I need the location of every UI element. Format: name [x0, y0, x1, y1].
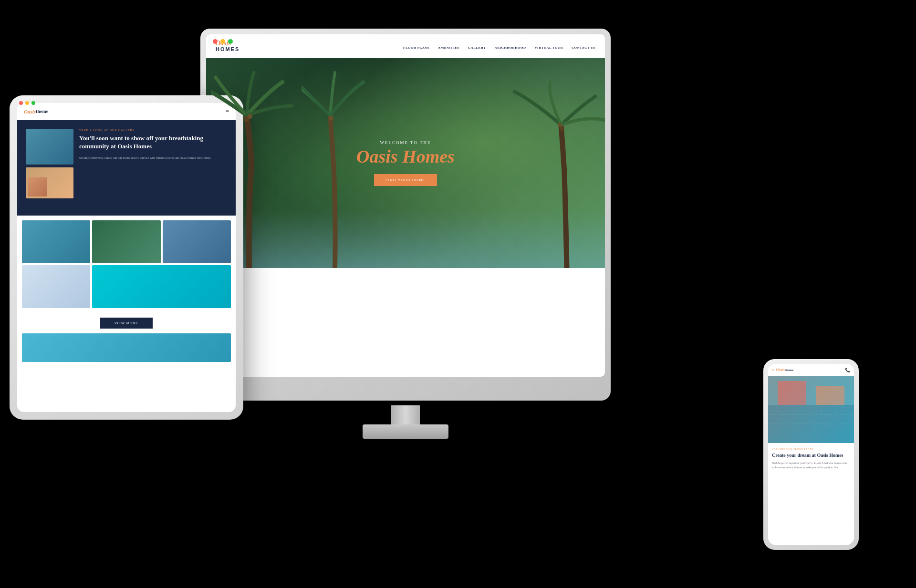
nav-item-contact[interactable]: CONTACT US [572, 42, 595, 51]
tablet-hero-section: TAKE A LOOK AT OUR GALLERY You'll soon w… [17, 120, 236, 216]
tablet-dot-green [31, 101, 35, 105]
phone-section-label: EXPLORE OUR FLOOR PLANS [772, 448, 850, 450]
monitor-bezel: Oasis HOMES FLOOR PLANS AMENITIES GALLER… [206, 34, 605, 377]
monitor-screen: Oasis HOMES FLOOR PLANS AMENITIES GALLER… [206, 34, 605, 377]
gallery-image-5 [92, 265, 231, 308]
palm-tree-left [211, 68, 297, 268]
nav-item-neighborhood[interactable]: NEIGHBORHOOD [495, 42, 526, 51]
tablet-frame: Oasis theme ≡ TAKE A LOOK AT OUR GALLERY [10, 95, 243, 420]
desktop-monitor: Oasis HOMES FLOOR PLANS AMENITIES GALLER… [200, 29, 611, 458]
scene: Oasis HOMES FLOOR PLANS AMENITIES GALLER… [0, 0, 916, 588]
tablet-dots [19, 101, 35, 105]
tablet-logo-theme: theme [36, 109, 48, 114]
monitor-dots [213, 39, 233, 44]
nav-item-gallery[interactable]: GALLERY [468, 42, 486, 51]
tablet-gallery-label: TAKE A LOOK AT OUR GALLERY [79, 129, 227, 132]
nav-item-amenities[interactable]: AMENITIES [438, 42, 459, 51]
nav-link-gallery[interactable]: GALLERY [468, 46, 486, 50]
phone-heading: Create your dream at Oasis Homes [772, 452, 850, 458]
phone: ≡ Oasis theme 📞 [763, 359, 859, 550]
svg-point-2 [329, 116, 333, 121]
view-more-button[interactable]: VIEW MORE [100, 318, 153, 329]
nav-link-contact[interactable]: CONTACT US [572, 46, 595, 50]
tablet-image-bottom-inner [28, 177, 47, 196]
tablet-dot-yellow [25, 101, 29, 105]
find-your-home-button[interactable]: Find Your Home [374, 174, 437, 186]
phone-frame: ≡ Oasis theme 📞 [763, 359, 859, 550]
nav-item-floor-plans[interactable]: FLOOR PLANS [403, 42, 429, 51]
phone-hero-image [768, 376, 854, 443]
phone-content: EXPLORE OUR FLOOR PLANS Create your drea… [768, 443, 854, 475]
dot-yellow [220, 39, 225, 44]
monitor-frame: Oasis HOMES FLOOR PLANS AMENITIES GALLER… [200, 29, 611, 401]
tablet-logo-oasis: Oasis [24, 109, 36, 114]
palm-tree-right [510, 77, 605, 268]
hero-welcome-text: WELCOME TO THE [356, 140, 455, 145]
nav-link-neighborhood[interactable]: NEIGHBORHOOD [495, 46, 526, 50]
logo-homes: HOMES [216, 47, 239, 52]
hero-title: Oasis Homes [356, 147, 455, 167]
tablet-hero-images [26, 129, 73, 207]
tablet-image-top [26, 129, 73, 165]
tablet: Oasis theme ≡ TAKE A LOOK AT OUR GALLERY [10, 95, 243, 420]
phone-hamburger-icon[interactable]: ≡ [772, 368, 774, 372]
dot-green [228, 39, 233, 44]
gallery-image-1 [22, 220, 90, 263]
nav-link-virtual-tour[interactable]: VIRTUAL TOUR [535, 46, 563, 50]
stand-neck [391, 405, 420, 424]
nav-link-amenities[interactable]: AMENITIES [438, 46, 459, 50]
nav-item-virtual-tour[interactable]: VIRTUAL TOUR [535, 42, 563, 51]
tablet-nav: Oasis theme ≡ [17, 103, 236, 120]
tablet-hero-text: TAKE A LOOK AT OUR GALLERY You'll soon w… [79, 129, 227, 207]
tablet-hero-heading: You'll soon want to show off your breath… [79, 134, 227, 151]
website-nav: Oasis HOMES FLOOR PLANS AMENITIES GALLER… [206, 34, 605, 58]
gallery-image-2 [92, 220, 160, 263]
phone-logo-oasis: Oasis [776, 368, 785, 372]
website-nav-links: FLOOR PLANS AMENITIES GALLERY NEIGHBORHO… [403, 42, 595, 51]
phone-call-icon[interactable]: 📞 [845, 368, 850, 372]
tablet-gallery-grid [17, 216, 236, 313]
tablet-dot-red [19, 101, 23, 105]
svg-point-1 [248, 114, 252, 119]
website-hero: WELCOME TO THE Oasis Homes Find Your Hom… [206, 58, 605, 268]
monitor-stand [363, 405, 448, 444]
phone-body-text: Find the perfect layout for you! Our 1-,… [772, 461, 850, 470]
tablet-view-more-section: VIEW MORE [17, 313, 236, 333]
stand-base [363, 424, 448, 439]
phone-logo-theme: theme [785, 368, 793, 372]
tablet-hero-body: Seeing is believing. Check out our photo… [79, 155, 227, 160]
phone-hero-overlay [768, 376, 854, 443]
tablet-screen: Oasis theme ≡ TAKE A LOOK AT OUR GALLERY [17, 103, 236, 412]
tablet-image-bottom [26, 167, 73, 198]
hero-content: WELCOME TO THE Oasis Homes Find Your Hom… [356, 140, 455, 186]
svg-point-4 [558, 123, 562, 127]
nav-link-floor-plans[interactable]: FLOOR PLANS [403, 46, 429, 50]
dot-red [213, 39, 218, 44]
tablet-footer-bar [22, 333, 231, 362]
phone-nav: ≡ Oasis theme 📞 [768, 364, 854, 376]
gallery-image-4 [22, 265, 90, 308]
phone-screen: ≡ Oasis theme 📞 [768, 364, 854, 545]
